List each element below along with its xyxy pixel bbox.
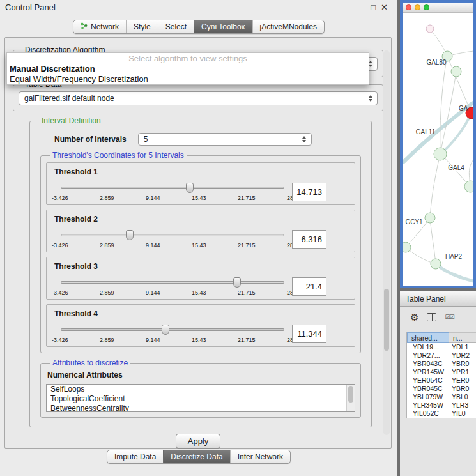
- table-row[interactable]: YIL052C YIL0: [407, 410, 476, 418]
- numerical-attributes-label: Numerical Attributes: [47, 371, 355, 380]
- close-icon[interactable]: ✕: [381, 1, 388, 15]
- algorithm-dropdown-popup: Select algorithm to view settings Manual…: [6, 52, 369, 85]
- list-scrollbar[interactable]: [346, 385, 355, 411]
- column-header-shared-name[interactable]: shared...: [407, 332, 449, 343]
- list-item[interactable]: TopologicalCoefficient: [47, 394, 355, 404]
- close-traffic-light-icon[interactable]: [406, 4, 411, 10]
- dropdown-placeholder: Select algorithm to view settings: [7, 53, 369, 64]
- minimize-traffic-light-icon[interactable]: [415, 4, 420, 10]
- node-label: GCY1: [405, 219, 423, 226]
- select-columns-icon[interactable]: ☑☑: [445, 314, 454, 320]
- table-row[interactable]: YER054C YER0: [407, 376, 476, 385]
- slider-track[interactable]: [61, 187, 284, 189]
- float-window-icon[interactable]: □: [371, 1, 376, 15]
- network-node[interactable]: [403, 242, 411, 252]
- scale-tick: 2.859: [100, 242, 114, 249]
- table-data-combobox[interactable]: galFiltered.sif default node: [19, 91, 378, 105]
- table-row[interactable]: YDR27... YDR2: [407, 351, 476, 360]
- table-row[interactable]: YBL079W YBL0: [407, 393, 476, 401]
- threshold-value-field[interactable]: 11.344: [292, 325, 326, 343]
- slider-track[interactable]: [61, 281, 284, 284]
- tab-label: Select: [165, 22, 187, 31]
- tab-infer-network[interactable]: Infer Network: [230, 450, 290, 463]
- tab-jactivemodules[interactable]: jActiveMNodules: [252, 20, 324, 33]
- list-item[interactable]: BetweennessCentrality: [47, 404, 355, 412]
- network-node[interactable]: [425, 213, 435, 223]
- table-row[interactable]: YDL19... YDL1: [407, 343, 476, 351]
- gear-icon[interactable]: ⚙: [410, 312, 418, 322]
- network-node[interactable]: [426, 25, 434, 33]
- scale-tick: 15.43: [192, 195, 206, 201]
- threshold-value-field[interactable]: 14.713: [292, 183, 326, 201]
- panel-scrollbar[interactable]: [383, 50, 390, 435]
- threshold-label: Threshold 1: [54, 167, 347, 176]
- number-of-intervals-label: Number of Intervals: [54, 135, 127, 144]
- table-row[interactable]: YLR345W YLR3: [407, 401, 476, 410]
- threshold-value-field[interactable]: 21.4: [292, 277, 326, 296]
- threshold-slider[interactable]: [61, 277, 284, 288]
- scrollbar-thumb[interactable]: [348, 386, 353, 403]
- tab-impute-data[interactable]: Impute Data: [107, 450, 163, 463]
- cyni-toolbox-panel: Discretization Algorithm Table Data galF…: [4, 37, 392, 449]
- cell: YBR045C: [407, 385, 449, 393]
- combo-stepper-icon: [300, 136, 309, 142]
- threshold-label: Threshold 4: [54, 309, 347, 318]
- node-label: GAL80: [426, 59, 447, 66]
- slider-track[interactable]: [61, 328, 284, 331]
- zoom-traffic-light-icon[interactable]: [424, 4, 429, 10]
- network-node[interactable]: [464, 181, 473, 192]
- table-row[interactable]: YBR043C YBR0: [407, 360, 476, 368]
- group-title: Threshold's Coordinates for 5 Intervals: [50, 151, 187, 160]
- scale-tick: 2.859: [100, 195, 114, 201]
- scale-tick: 2.859: [100, 337, 114, 343]
- tab-discretize-data[interactable]: Discretize Data: [163, 450, 229, 463]
- cell: YBR0: [449, 360, 476, 368]
- network-icon: [81, 22, 88, 31]
- cell: YLR345W: [407, 401, 449, 410]
- slider-thumb[interactable]: [162, 325, 169, 335]
- network-node[interactable]: [431, 259, 441, 269]
- cell: YBR043C: [407, 360, 449, 368]
- scale-tick: 15.43: [192, 242, 206, 249]
- table-panel-titlebar: Table Panel: [400, 291, 476, 307]
- threshold-panel: Threshold 3 -3.426 2.859 9.144 15: [46, 257, 355, 300]
- scale-tick: 21.715: [238, 242, 256, 249]
- slider-thumb[interactable]: [233, 277, 241, 288]
- scale-tick: 21.715: [238, 337, 256, 343]
- network-node[interactable]: [451, 66, 461, 77]
- slider-thumb[interactable]: [126, 230, 134, 240]
- threshold-value-field[interactable]: 6.316: [292, 230, 326, 249]
- tab-cyni-toolbox[interactable]: Cyni Toolbox: [194, 20, 252, 33]
- node-table: shared... n... YDL19... YDL1 YDR27... YD…: [406, 332, 476, 418]
- scale-tick: 9.144: [146, 289, 160, 296]
- tab-style[interactable]: Style: [126, 20, 158, 33]
- threshold-slider[interactable]: [61, 229, 284, 241]
- threshold-slider[interactable]: [61, 324, 284, 335]
- node-label: GA: [459, 105, 468, 112]
- slider-track[interactable]: [61, 234, 284, 236]
- control-panel-titlebar: Control Panel □ ✕: [0, 0, 397, 15]
- tab-select[interactable]: Select: [158, 20, 194, 33]
- tab-label: Impute Data: [114, 452, 156, 461]
- table-row[interactable]: YBR045C YBR0: [407, 385, 476, 393]
- network-node[interactable]: [434, 148, 447, 160]
- tab-network[interactable]: Network: [73, 20, 126, 33]
- threshold-slider[interactable]: [61, 182, 284, 194]
- number-of-intervals-combobox[interactable]: 5: [138, 133, 312, 146]
- columns-icon[interactable]: [427, 313, 436, 321]
- column-header-name[interactable]: n...: [449, 332, 476, 343]
- slider-thumb[interactable]: [186, 183, 194, 193]
- scrollbar-thumb[interactable]: [384, 289, 389, 350]
- list-item[interactable]: SelfLoops: [47, 385, 355, 394]
- dropdown-item-manual-discretization[interactable]: Manual Discretization: [7, 64, 369, 74]
- attributes-list[interactable]: SelfLoops TopologicalCoefficient Between…: [46, 384, 355, 412]
- scale-tick: 15.43: [192, 289, 206, 296]
- network-canvas[interactable]: GAL80 GA GAL11 GAL4 GCY1 HAP2: [403, 13, 473, 286]
- scale-tick: -3.426: [52, 242, 68, 249]
- scale-tick: -3.426: [52, 337, 68, 343]
- table-row[interactable]: YPR145W YPR1: [407, 368, 476, 376]
- attributes-to-discretize-group: Attributes to discretize Numerical Attri…: [40, 358, 361, 418]
- apply-button[interactable]: Apply: [176, 434, 221, 449]
- window-title: Control Panel: [5, 0, 371, 15]
- dropdown-item-equal-width-frequency[interactable]: Equal Width/Frequency Discretization: [7, 74, 369, 84]
